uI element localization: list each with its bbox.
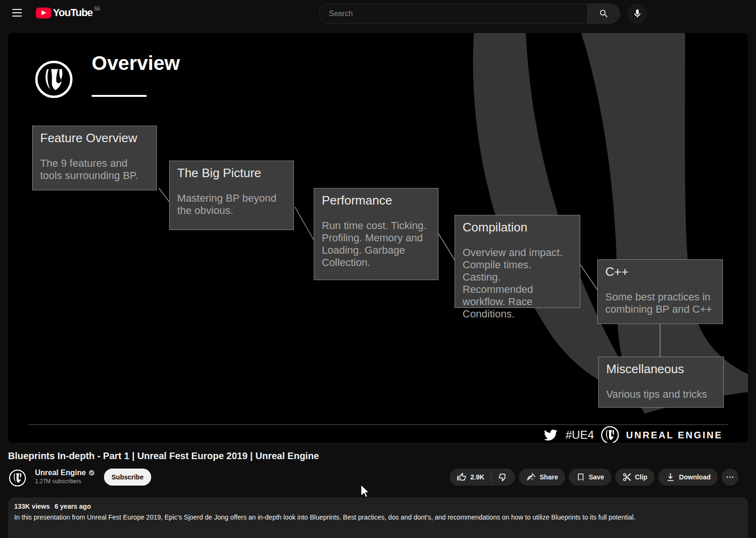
slide-box-feature-overview: Feature Overview The 9 features and tool… (32, 126, 157, 190)
verified-badge-icon (88, 470, 95, 476)
voice-search-button[interactable] (627, 4, 647, 24)
box-title: Feature Overview (40, 131, 149, 145)
box-title: Compilation (463, 220, 572, 234)
slide-box-cpp: C++ Some best practices in combining BP … (597, 259, 723, 324)
like-dislike-group: 2.9K (450, 469, 515, 486)
search-box (319, 4, 587, 24)
thumbs-down-icon (498, 472, 508, 482)
microphone-icon (632, 9, 643, 19)
video-age: 6 years ago (54, 503, 91, 510)
slide-box-miscellaneous: Miscellaneous Various tips and tricks (598, 357, 724, 408)
save-button[interactable]: Save (569, 469, 611, 486)
youtube-logo[interactable]: YouTube SE (36, 7, 99, 19)
box-body: Various tips and tricks (606, 388, 716, 401)
box-title: The Big Picture (177, 166, 286, 180)
subscriber-count: 1.27M subscribers (35, 478, 95, 485)
search-input[interactable] (319, 9, 587, 18)
save-label: Save (589, 473, 604, 481)
slide-box-performance: Performance Run time cost. Ticking. Prof… (314, 188, 438, 280)
thumbs-up-icon (456, 472, 467, 482)
channel-name[interactable]: Unreal Engine (35, 469, 86, 477)
search-button[interactable] (587, 4, 620, 24)
search-icon (599, 9, 609, 19)
youtube-wordmark: YouTube (53, 7, 93, 19)
slide-box-compilation: Compilation Overview and impact. Compile… (455, 215, 580, 308)
description-text: In this presentation from Unreal Fest Eu… (14, 512, 742, 522)
dislike-button[interactable] (491, 469, 515, 486)
like-count: 2.9K (470, 473, 484, 481)
subscribe-button[interactable]: Subscribe (104, 469, 151, 486)
video-title: Blueprints In-depth - Part 1 | Unreal Fe… (8, 451, 670, 461)
scissors-icon (622, 472, 632, 482)
description-box[interactable]: 133K views 6 years ago In this presentat… (8, 497, 748, 538)
slide-box-big-picture: The Big Picture Mastering BP beyond the … (169, 161, 294, 230)
box-body: Run time cost. Ticking. Profiling. Memor… (322, 220, 430, 269)
menu-icon[interactable] (11, 8, 23, 19)
download-button[interactable]: Download (658, 469, 718, 486)
box-title: C++ (605, 265, 715, 279)
unreal-logo-avatar (9, 469, 26, 487)
box-title: Miscellaneous (606, 362, 716, 376)
youtube-play-icon (36, 8, 51, 18)
box-body: Mastering BP beyond the obvious. (177, 192, 286, 217)
box-body: Overview and impact. Compile times. Cast… (463, 247, 572, 320)
video-player[interactable]: Overview Feature Overview The 9 features… (8, 33, 748, 443)
clip-button[interactable]: Clip (615, 469, 654, 486)
download-icon (665, 472, 676, 482)
like-button[interactable]: 2.9K (450, 469, 491, 486)
more-actions-button[interactable] (722, 469, 739, 486)
channel-avatar[interactable] (8, 469, 27, 487)
share-icon (526, 472, 536, 482)
clip-label: Clip (635, 473, 647, 481)
share-label: Share (540, 473, 558, 481)
more-dots-icon (725, 472, 735, 482)
action-bar: 2.9K Share Save Clip (450, 469, 739, 486)
box-body: Some best practices in combining BP and … (605, 291, 715, 316)
box-body: The 9 features and tools surrounding BP. (40, 157, 149, 182)
topbar: YouTube SE (0, 0, 756, 27)
box-title: Performance (322, 193, 430, 207)
view-count: 133K views (14, 503, 50, 510)
country-code: SE (94, 6, 100, 11)
bookmark-icon (576, 472, 585, 482)
channel-row: Unreal Engine 1.27M subscribers Subscrib… (8, 469, 739, 487)
share-button[interactable]: Share (519, 469, 565, 486)
download-label: Download (679, 473, 711, 481)
